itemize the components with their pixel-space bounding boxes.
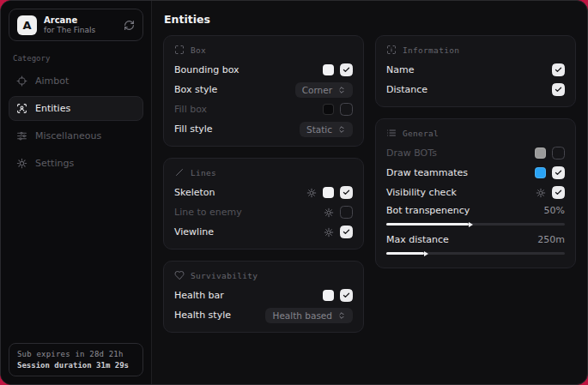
- sidebar-item-settings[interactable]: Settings: [9, 151, 143, 176]
- max-distance-slider[interactable]: [386, 252, 565, 255]
- sidebar-item-entities[interactable]: Entities: [9, 96, 143, 121]
- color-swatch[interactable]: [323, 104, 334, 115]
- gear-icon[interactable]: [324, 227, 334, 238]
- list-icon: [386, 128, 397, 138]
- sub-expires-text: Sub expires in 28d 21h: [17, 350, 135, 358]
- category-label: Category: [13, 54, 139, 63]
- health-style-dropdown[interactable]: Health based: [265, 308, 353, 323]
- dropdown-value: Corner: [302, 85, 332, 95]
- row-name: Name: [386, 60, 565, 80]
- card-box: Box Bounding box Box style Corner: [163, 35, 364, 147]
- row-line-to-enemy: Line to enemy: [174, 202, 353, 222]
- card-title: General: [403, 129, 439, 138]
- row-fill-style: Fill style Static: [174, 119, 353, 139]
- checkbox[interactable]: [340, 289, 353, 302]
- row-box-style: Box style Corner: [174, 80, 353, 99]
- setting-label: Fill style: [174, 123, 213, 135]
- fill-style-dropdown[interactable]: Static: [300, 122, 353, 137]
- chevrons-up-down-icon: [337, 125, 346, 134]
- row-health-style: Health style Health based: [174, 305, 353, 325]
- setting-label: Fill box: [174, 104, 207, 115]
- gear-icon: [16, 158, 27, 169]
- crosshair-icon: [16, 75, 27, 87]
- setting-label: Draw BOTs: [386, 147, 437, 159]
- box-style-dropdown[interactable]: Corner: [295, 82, 353, 98]
- sidebar: A Arcane for The Finals Category Aimbot: [1, 1, 152, 384]
- card-survivability: Survivability Health bar Health style He…: [163, 261, 364, 333]
- gear-icon[interactable]: [536, 188, 546, 198]
- card-lines: Lines Skeleton Line to enemy: [163, 158, 364, 250]
- row-visibility-check: Visibility check: [386, 183, 565, 202]
- checkbox[interactable]: [340, 206, 353, 219]
- row-viewline: Viewline: [174, 222, 353, 242]
- color-swatch[interactable]: [535, 167, 546, 178]
- card-general: General Draw BOTs Draw teammates: [375, 118, 576, 268]
- row-fill-box: Fill box: [174, 99, 353, 119]
- checkbox[interactable]: [552, 147, 565, 159]
- slider-fill: [386, 223, 469, 226]
- box-corners-icon: [174, 45, 185, 55]
- row-skeleton: Skeleton: [174, 183, 353, 202]
- subscription-status: Sub expires in 28d 21h Session duration …: [9, 343, 143, 376]
- color-swatch[interactable]: [535, 147, 546, 159]
- bot-transparency-slider[interactable]: [386, 223, 565, 226]
- gear-icon[interactable]: [306, 188, 317, 198]
- main-content: Entities Box Bounding box: [152, 1, 587, 384]
- row-bounding-box: Bounding box: [174, 60, 353, 80]
- color-swatch[interactable]: [323, 64, 334, 75]
- sidebar-item-aimbot[interactable]: Aimbot: [9, 69, 143, 93]
- card-title: Lines: [191, 168, 216, 177]
- page-title: Entities: [164, 13, 576, 26]
- checkbox[interactable]: [552, 166, 565, 179]
- chevrons-up-down-icon: [337, 86, 346, 94]
- setting-label: Skeleton: [174, 187, 215, 198]
- row-bot-transparency: Bot transpenency 50%: [386, 202, 565, 232]
- row-distance: Distance: [386, 80, 565, 99]
- app-window: A Arcane for The Finals Category Aimbot: [0, 0, 588, 385]
- card-title: Survivability: [191, 271, 258, 280]
- checkbox[interactable]: [340, 226, 353, 238]
- setting-label: Draw teammates: [386, 167, 468, 178]
- setting-label: Visibility check: [386, 187, 457, 198]
- slider-value: 50%: [544, 205, 565, 216]
- setting-label: Name: [386, 64, 414, 75]
- setting-label: Health bar: [174, 290, 224, 301]
- setting-label: Health style: [174, 310, 231, 321]
- card-title: Box: [191, 45, 206, 55]
- row-draw-bots: Draw BOTs: [386, 143, 565, 163]
- session-duration-text: Session duration 31m 29s: [17, 361, 135, 370]
- dropdown-value: Static: [306, 124, 332, 135]
- setting-label: Box style: [174, 84, 217, 95]
- slider-value: 250m: [537, 234, 565, 245]
- sidebar-item-label: Miscellaneous: [35, 130, 101, 141]
- setting-label: Line to enemy: [174, 207, 242, 218]
- chevrons-up-down-icon: [337, 311, 346, 320]
- gear-icon[interactable]: [324, 208, 334, 218]
- row-health-bar: Health bar: [174, 286, 353, 305]
- brand-card: A Arcane for The Finals: [9, 9, 143, 41]
- app-subtitle: for The Finals: [44, 26, 95, 34]
- heart-icon: [174, 270, 185, 280]
- sidebar-nav: Aimbot Entities Miscellaneous Settings: [9, 69, 143, 176]
- dropdown-value: Health based: [272, 310, 332, 321]
- diagonal-line-icon: [174, 167, 185, 177]
- color-swatch[interactable]: [323, 290, 334, 301]
- checkbox[interactable]: [340, 103, 353, 116]
- sidebar-item-label: Settings: [35, 158, 74, 169]
- checkbox[interactable]: [340, 186, 353, 199]
- checkbox[interactable]: [552, 83, 565, 96]
- setting-label: Distance: [386, 84, 427, 95]
- checkbox[interactable]: [552, 186, 565, 199]
- color-swatch[interactable]: [323, 187, 334, 198]
- checkbox[interactable]: [340, 63, 353, 76]
- slider-fill: [386, 252, 424, 255]
- info-icon: [386, 45, 397, 55]
- refresh-icon[interactable]: [124, 20, 135, 31]
- setting-label: Viewline: [174, 226, 214, 238]
- sidebar-item-label: Entities: [35, 103, 70, 114]
- sliders-icon: [16, 130, 27, 141]
- row-draw-teammates: Draw teammates: [386, 163, 565, 183]
- setting-label: Max distance: [386, 234, 449, 245]
- checkbox[interactable]: [552, 63, 565, 76]
- sidebar-item-miscellaneous[interactable]: Miscellaneous: [9, 123, 143, 148]
